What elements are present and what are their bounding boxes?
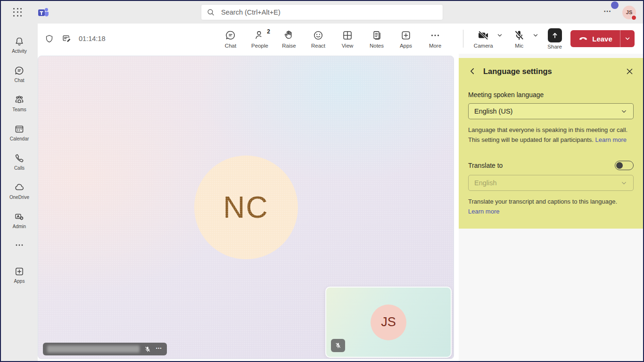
notes-label: Notes [370, 43, 384, 49]
sidebar-more-icon[interactable] [1, 235, 38, 255]
translate-language-value: English [474, 179, 497, 187]
close-icon [626, 67, 634, 75]
hangup-icon [578, 33, 588, 44]
sidebar-item-teams[interactable]: Teams [1, 89, 38, 118]
mic-off-icon [144, 346, 151, 353]
spoken-language-description: Language that everyone is speaking in th… [468, 125, 634, 145]
teams-people-icon [14, 94, 25, 106]
smiley-icon [312, 29, 324, 41]
camera-options-chevron[interactable] [495, 32, 507, 45]
teams-window: ⋯ JS Activity Chat Teams Calendar Calls [0, 0, 644, 362]
toolbar-divider [463, 30, 463, 48]
chat-button[interactable]: Chat [216, 24, 245, 54]
close-button[interactable] [626, 67, 634, 75]
toggle-knob [616, 162, 623, 169]
chat-bubble-icon [14, 65, 25, 76]
meeting-notes-icon[interactable] [61, 33, 72, 44]
more-button[interactable]: More [421, 24, 450, 54]
sidebar-item-chat[interactable]: Chat [1, 59, 38, 89]
self-mic-off-badge [331, 339, 345, 352]
translate-toggle[interactable] [615, 161, 634, 170]
sidebar-item-calendar[interactable]: Calendar [1, 118, 38, 147]
sidebar-label: Admin [13, 224, 26, 229]
chevron-left-icon [468, 67, 477, 75]
sidebar-label: Activity [12, 49, 27, 54]
participant-initials: NC [223, 190, 268, 225]
view-button[interactable]: View [333, 24, 362, 54]
spoken-language-label: Meeting spoken language [468, 91, 634, 99]
more-ellipsis-icon [429, 29, 441, 41]
participant-more-icon[interactable]: ⋯ [156, 345, 163, 354]
shield-icon[interactable] [44, 34, 54, 44]
spoken-language-value: English (US) [474, 107, 512, 115]
camera-label: Camera [474, 43, 493, 49]
chat-label: Chat [225, 43, 236, 49]
people-count-badge: 2 [267, 28, 270, 35]
share-label: Share [547, 44, 562, 49]
redacted-participant-name [47, 346, 140, 353]
chevron-down-icon [620, 180, 627, 187]
profile-avatar[interactable]: JS [622, 6, 636, 19]
apps-plus-icon [400, 29, 412, 41]
notes-button[interactable]: Notes [362, 24, 391, 54]
search-input[interactable] [221, 8, 437, 16]
chevron-down-icon [624, 35, 631, 42]
sidebar-item-admin[interactable]: Admin [1, 206, 38, 235]
ellipsis-icon [14, 240, 25, 250]
bell-icon [14, 36, 25, 47]
translate-to-label: Translate to [468, 162, 615, 169]
camera-button[interactable]: Camera [471, 29, 495, 49]
self-view-tile[interactable]: JS [325, 287, 452, 358]
translate-language-dropdown[interactable]: English [468, 175, 634, 191]
panel-empty-area [459, 229, 643, 361]
sidebar-item-apps[interactable]: Apps [1, 260, 38, 289]
back-button[interactable] [468, 67, 477, 75]
raise-hand-button[interactable]: Raise [274, 24, 304, 54]
calendar-icon [14, 123, 25, 135]
search-bar[interactable] [201, 4, 443, 20]
meeting-stage: NC ⋯ JS [38, 56, 454, 359]
people-button[interactable]: 2 People [245, 24, 274, 54]
leave-options-chevron[interactable] [620, 30, 635, 47]
sidebar-label: Calls [14, 165, 25, 171]
presence-busy-badge [631, 15, 637, 21]
react-button[interactable]: React [304, 24, 333, 54]
chat-icon [224, 29, 237, 41]
spoken-learn-more-link[interactable]: Learn more [595, 136, 627, 143]
raise-hand-icon [283, 29, 295, 41]
people-label: People [251, 43, 268, 49]
meeting-toolbar: 01:14:18 Chat 2 People Raise React [38, 24, 643, 54]
chevron-down-icon [620, 108, 627, 115]
admin-icon [14, 211, 25, 222]
sidebar-label: Apps [14, 279, 25, 284]
mic-button[interactable]: Mic [507, 29, 531, 49]
profile-initials: JS [626, 9, 632, 15]
notes-doc-icon [371, 29, 383, 41]
self-initials: JS [381, 315, 396, 329]
view-label: View [342, 43, 354, 49]
mic-options-chevron[interactable] [531, 32, 543, 45]
cloud-icon [14, 182, 25, 193]
apps-button[interactable]: Apps [391, 24, 421, 54]
sidebar-item-calls[interactable]: Calls [1, 147, 38, 176]
search-icon [207, 8, 215, 16]
people-icon [254, 29, 266, 41]
translate-learn-more-link[interactable]: Learn more [468, 208, 499, 215]
sidebar-label: Calendar [10, 136, 29, 141]
leave-button[interactable]: Leave [570, 30, 635, 47]
app-sidebar: Activity Chat Teams Calendar Calls OneDr… [1, 24, 38, 361]
teams-logo-icon [37, 6, 50, 18]
sidebar-item-activity[interactable]: Activity [1, 30, 38, 59]
app-launcher-icon[interactable] [13, 8, 22, 17]
sidebar-item-onedrive[interactable]: OneDrive [1, 176, 38, 206]
mic-label: Mic [515, 43, 523, 49]
camera-off-icon [477, 29, 490, 42]
react-label: React [311, 43, 325, 49]
mic-off-icon [334, 342, 342, 349]
share-icon [548, 28, 562, 42]
translate-description: Translate your transcript and captions t… [468, 197, 634, 216]
apps-label: Apps [400, 43, 412, 49]
settings-and-more-icon[interactable]: ⋯ [603, 7, 612, 18]
share-button[interactable]: Share [547, 28, 562, 49]
spoken-language-dropdown[interactable]: English (US) [468, 103, 634, 119]
